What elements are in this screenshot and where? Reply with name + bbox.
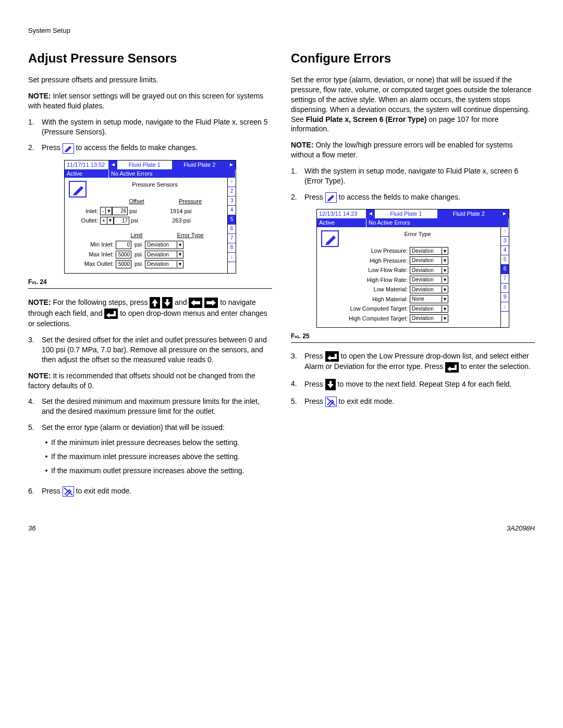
step-body: Press to move to the next field. Repeat …	[304, 379, 535, 390]
error-type-row: Low Computed Target:Deviation▼	[321, 305, 496, 313]
txt: to enter the selection.	[461, 362, 531, 371]
note-1: NOTE: Only the low/high pressure errors …	[291, 140, 535, 160]
nav-5[interactable]: 5	[501, 255, 509, 265]
txt: If the maximum inlet pressure increases …	[51, 452, 240, 462]
step-body: With the system in setup mode, navigate …	[42, 117, 272, 137]
tab-fluid-plate-1[interactable]: Fluid Plate 1	[375, 209, 438, 218]
step-6: 6. Press to exit edit mode.	[28, 486, 272, 497]
txt: Press	[42, 487, 63, 495]
left-arrow-icon[interactable]: ◄	[109, 161, 117, 169]
row-label: High Computed Target:	[321, 315, 410, 323]
error-type-dropdown[interactable]: Deviation▼	[410, 256, 448, 265]
nav-9[interactable]: 9	[501, 293, 509, 302]
txt: Only the low/high pressure errors will b…	[291, 141, 513, 159]
error-type-row: Low Material:Deviation▼	[321, 286, 496, 294]
footer: 36 3A2098H	[28, 524, 535, 533]
nav-up-icon[interactable]: ↑	[228, 178, 236, 187]
errors-label: No Active Errors	[109, 169, 236, 178]
nav-7[interactable]: 7	[228, 234, 236, 243]
svg-rect-10	[445, 362, 459, 373]
edit-mode-icon[interactable]	[69, 181, 87, 198]
right-arrow-icon[interactable]: ►	[500, 209, 509, 218]
nav-down-icon[interactable]: ↓	[501, 302, 509, 312]
step-3: 3. Press to open the Low Pressure drop-d…	[291, 351, 535, 373]
nav-7[interactable]: 7	[501, 274, 509, 283]
nav-4[interactable]: 4	[228, 206, 236, 215]
fig-25-caption: Fig. 25	[291, 332, 535, 343]
nav-6[interactable]: 6	[501, 265, 509, 274]
nav-8[interactable]: 8	[228, 243, 236, 253]
error-type-row: High Computed Target:Deviation▼	[321, 314, 496, 323]
tab-fluid-plate-1[interactable]: Fluid Plate 1	[117, 161, 173, 169]
nav-up-icon[interactable]: ↑	[501, 227, 509, 237]
nav-3[interactable]: 3	[501, 237, 509, 246]
tab-fluid-plate-2[interactable]: Fluid Plate 2	[438, 209, 501, 218]
note-label: NOTE:	[28, 372, 51, 380]
right-arrow-icon[interactable]: ►	[227, 161, 236, 169]
left-heading: Adjust Pressure Sensors	[28, 50, 272, 67]
fig-24-caption: Fig. 24	[28, 278, 272, 289]
page-number: 36	[28, 524, 35, 533]
txt: Press	[304, 352, 325, 360]
error-type-dropdown[interactable]: Deviation▼	[410, 266, 448, 275]
svg-rect-9	[325, 351, 339, 362]
min-inlet-errortype-dropdown[interactable]: Deviation▼	[145, 241, 183, 249]
min-inlet-input[interactable]: 0	[116, 241, 131, 249]
step-num: 1.	[291, 166, 304, 186]
step-body: Press to access the fields to make chang…	[304, 192, 535, 203]
offset-header: Offset	[116, 198, 157, 205]
nav-5[interactable]: 5	[228, 215, 236, 225]
main-area: Pressure Sensors Offset Pressure Inlet: …	[65, 178, 236, 273]
statusbar: Active No Active Errors	[65, 169, 236, 178]
active-label: Active	[317, 218, 366, 227]
max-inlet-input[interactable]: 5000	[116, 251, 131, 259]
up-arrow-icon	[150, 297, 160, 309]
nav-8[interactable]: 8	[501, 283, 509, 293]
error-type-dropdown[interactable]: Deviation▼	[410, 286, 448, 294]
edit-icon	[63, 143, 74, 154]
unit: psi	[131, 241, 145, 249]
nav-down-icon[interactable]: ↓	[228, 253, 236, 262]
txt: Press	[304, 397, 325, 405]
txt: and	[175, 298, 189, 306]
outlet-offset-input[interactable]: 17	[114, 217, 129, 225]
step-body: Press to access the fields to make chang…	[42, 143, 272, 153]
max-inlet-errortype-dropdown[interactable]: Deviation▼	[145, 251, 183, 259]
nav-3[interactable]: 3	[228, 196, 236, 206]
error-type-dropdown[interactable]: Deviation▼	[410, 247, 448, 255]
down-arrow-icon	[325, 379, 336, 390]
left-arrow-icon[interactable]: ◄	[366, 209, 375, 218]
timestamp: 12/13/11 14:23	[317, 209, 366, 218]
nav-4[interactable]: 4	[501, 246, 509, 255]
error-type-dropdown[interactable]: None▼	[410, 295, 448, 303]
screen-title: Error Type	[339, 230, 496, 238]
outlet-sign-dropdown[interactable]: +▼	[100, 217, 114, 225]
topbar: 12/13/11 14:23 ◄ Fluid Plate 1 Fluid Pla…	[317, 209, 509, 218]
max-outlet-input[interactable]: 5000	[116, 260, 131, 268]
txt: For the following steps, press	[51, 298, 150, 306]
txt: to access the fields to make changes.	[339, 193, 460, 201]
step-num: 4.	[291, 379, 304, 390]
tab-fluid-plate-2[interactable]: Fluid Plate 2	[173, 161, 228, 169]
timestamp: 11/17/11 13:52	[65, 161, 109, 169]
error-type-row: High Pressure:Deviation▼	[321, 256, 496, 265]
max-outlet-errortype-dropdown[interactable]: Deviation▼	[145, 260, 183, 268]
error-type-dropdown[interactable]: Deviation▼	[410, 276, 448, 284]
edit-mode-icon[interactable]	[321, 230, 339, 247]
max-outlet-label: Max Outlet:	[69, 260, 116, 268]
error-type-row: High Flow Rate:Deviation▼	[321, 276, 496, 284]
error-type-dropdown[interactable]: Deviation▼	[410, 305, 448, 313]
txt: to exit edit mode.	[76, 487, 132, 495]
step-num: 5.	[28, 423, 42, 480]
step-num: 4.	[28, 397, 42, 416]
error-type-dropdown[interactable]: Deviation▼	[410, 314, 448, 323]
row-label: High Flow Rate:	[321, 276, 410, 284]
txt: If the minimum inlet pressure decreases …	[51, 438, 239, 448]
inlet-sign-dropdown[interactable]: -▼	[100, 207, 112, 215]
left-intro: Set pressure offsets and pressure limits…	[28, 75, 272, 85]
inlet-offset-input[interactable]: 26	[112, 207, 128, 215]
inlet-label: Inlet:	[69, 207, 100, 215]
nav-2[interactable]: 2	[228, 187, 236, 196]
nav-6[interactable]: 6	[228, 225, 236, 234]
step-num: 2.	[291, 192, 304, 203]
